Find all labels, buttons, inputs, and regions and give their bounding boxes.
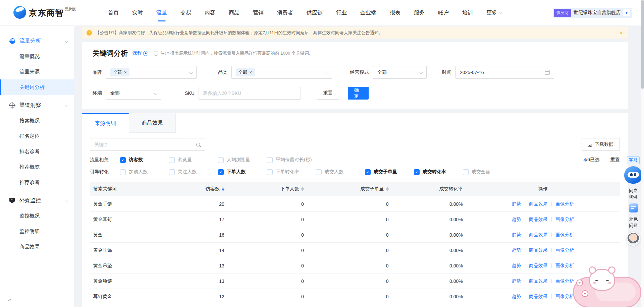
column-header-3[interactable]: 下单人数 — [228, 186, 307, 192]
checkbox-unchecked-icon[interactable] — [267, 169, 273, 175]
action-link-2[interactable]: 商品效果 — [529, 278, 548, 284]
action-link-2[interactable]: 商品效果 — [529, 232, 548, 238]
metric-checkbox[interactable]: ✓成交转化率 — [414, 169, 453, 175]
action-link-3[interactable]: 画像分析 — [555, 263, 574, 269]
sidebar-section-2[interactable]: 渠道洞察 — [0, 98, 74, 113]
action-link-1[interactable]: 趋势 — [512, 232, 521, 238]
sort-icon[interactable] — [301, 187, 304, 191]
column-header-2[interactable]: 访客数 — [180, 186, 228, 192]
close-icon[interactable]: ✕ — [620, 30, 623, 36]
action-link-3[interactable]: 画像分析 — [555, 217, 574, 223]
chevron-down-icon[interactable]: ▼ — [623, 9, 630, 16]
nav-item-5[interactable]: 内容 — [205, 0, 215, 25]
scrollbar-thumb[interactable] — [641, 0, 644, 89]
mode-select[interactable]: 全部 — [373, 66, 427, 79]
checkbox-checked-icon[interactable]: ✓ — [365, 169, 371, 175]
nav-item-7[interactable]: 营销 — [253, 0, 264, 25]
category-select[interactable]: 全部 ✕ — [231, 66, 332, 79]
sidebar-section-1[interactable]: 流量分析 — [0, 33, 74, 49]
sku-input[interactable] — [199, 87, 301, 100]
tag-remove-icon[interactable]: ✕ — [124, 70, 127, 75]
faq-link[interactable]: 常见问题 — [629, 217, 638, 228]
nav-item-3[interactable]: 流量 — [156, 0, 167, 25]
checkbox-unchecked-icon[interactable] — [463, 169, 469, 175]
metric-checkbox[interactable]: 关注人数 — [169, 169, 209, 175]
action-link-1[interactable]: 趋势 — [512, 201, 521, 207]
metric-checkbox[interactable]: 浏览量 — [169, 157, 209, 163]
action-link-1[interactable]: 趋势 — [512, 278, 521, 284]
action-link-3[interactable]: 画像分析 — [555, 247, 574, 253]
nav-item-15[interactable]: 培训 — [462, 0, 473, 25]
metric-checkbox[interactable]: 成交人数 — [316, 169, 356, 175]
sidebar-item[interactable]: 监控概况 — [0, 208, 74, 224]
sidebar-item[interactable]: 推荐概览 — [0, 159, 74, 175]
sidebar-item[interactable]: 排名定位 — [0, 128, 74, 144]
metric-checkbox[interactable]: ✓成交子单量 — [365, 169, 405, 175]
tag-remove-icon[interactable]: ✕ — [249, 70, 252, 75]
action-link-2[interactable]: 商品效果 — [529, 217, 548, 223]
metric-checkbox[interactable]: 成交金额 — [463, 169, 502, 175]
checkbox-unchecked-icon[interactable] — [120, 169, 126, 175]
brand-select[interactable]: 全部 ✕ — [106, 66, 197, 79]
sidebar-item[interactable]: 监控明细 — [0, 224, 74, 239]
checkbox-checked-icon[interactable]: ✓ — [120, 157, 126, 163]
sidebar-section-3[interactable]: 外媒监控 — [0, 193, 74, 208]
sidebar-item[interactable]: 流量来源 — [0, 64, 74, 79]
keyword-search-input[interactable] — [90, 138, 191, 150]
action-link-1[interactable]: 趋势 — [512, 217, 521, 223]
checkbox-unchecked-icon[interactable] — [316, 169, 322, 175]
nav-item-14[interactable]: 账户 — [438, 0, 449, 25]
nav-item-10[interactable]: 行业 — [336, 0, 347, 25]
column-header-4[interactable]: 成交子单量 — [307, 186, 392, 192]
nav-item-4[interactable]: 交易 — [180, 0, 191, 25]
action-link-1[interactable]: 趋势 — [512, 294, 521, 300]
checkbox-unchecked-icon[interactable] — [267, 157, 273, 163]
nav-item-8[interactable]: 消费者 — [277, 0, 293, 25]
action-link-2[interactable]: 商品效果 — [529, 294, 548, 300]
nav-item-13[interactable]: 服务 — [414, 0, 425, 25]
metric-checkbox[interactable]: 加购人数 — [120, 169, 160, 175]
checkbox-checked-icon[interactable]: ✓ — [218, 169, 224, 175]
sidebar-item[interactable]: 商品效果 — [0, 239, 74, 254]
action-link-2[interactable]: 商品效果 — [529, 201, 548, 207]
sort-icon[interactable] — [222, 187, 224, 191]
nav-item-2[interactable]: 实时 — [132, 0, 143, 25]
nav-item-9[interactable]: 供应链 — [307, 0, 323, 25]
checkbox-unchecked-icon[interactable] — [218, 157, 224, 163]
action-link-2[interactable]: 商品效果 — [529, 263, 548, 269]
tab-2[interactable]: 商品效果 — [129, 113, 176, 133]
course-link[interactable]: 课程 — [132, 50, 148, 56]
account-switcher[interactable]: 供应商 世纪缘珠宝自营旗舰店 ▼ — [553, 8, 632, 18]
terminal-select[interactable]: 全部 — [106, 87, 161, 100]
nav-item-16[interactable]: 更多 — [486, 0, 501, 25]
reset-button[interactable]: 重置 — [317, 87, 339, 100]
advisor-avatar[interactable] — [627, 232, 640, 246]
metric-checkbox[interactable]: 下单转化率 — [267, 169, 307, 175]
mascot-widget[interactable]: + + — [570, 268, 642, 307]
nav-item-1[interactable]: 首页 — [108, 0, 119, 25]
checkbox-checked-icon[interactable]: ✓ — [414, 169, 420, 175]
app-logo[interactable]: 京东商智 品牌版 — [13, 6, 76, 19]
metric-checkbox[interactable]: ✓访客数 — [120, 157, 160, 163]
action-link-1[interactable]: 趋势 — [512, 263, 521, 269]
metrics-reset-button[interactable]: 重置 — [610, 157, 620, 163]
action-link-2[interactable]: 商品效果 — [529, 247, 548, 253]
tab-1[interactable]: 来源明细 — [82, 113, 129, 133]
action-link-3[interactable]: 画像分析 — [555, 232, 574, 238]
metric-checkbox[interactable]: 平均停留时长(秒) — [267, 157, 312, 163]
sidebar-collapse-button[interactable]: « — [8, 297, 11, 303]
sort-icon[interactable] — [386, 187, 389, 191]
date-picker[interactable]: 2025-07-16 — [455, 66, 554, 79]
sidebar-item[interactable]: 推荐诊断 — [0, 175, 74, 190]
confirm-button[interactable]: 确定 — [348, 87, 369, 100]
customer-service-robot-icon[interactable] — [624, 166, 642, 184]
action-link-1[interactable]: 趋势 — [512, 247, 521, 253]
checkbox-unchecked-icon[interactable] — [169, 169, 175, 175]
download-data-button[interactable]: 下载数据 — [582, 138, 620, 151]
sidebar-item[interactable]: 排名诊断 — [0, 144, 74, 159]
sidebar-item[interactable]: 关键词分析 — [0, 79, 74, 95]
metric-checkbox[interactable]: 人均浏览量 — [218, 157, 258, 163]
nav-item-12[interactable]: 报表 — [390, 0, 400, 25]
survey-link[interactable]: 问卷调研 — [629, 188, 638, 199]
action-link-3[interactable]: 画像分析 — [555, 201, 574, 207]
